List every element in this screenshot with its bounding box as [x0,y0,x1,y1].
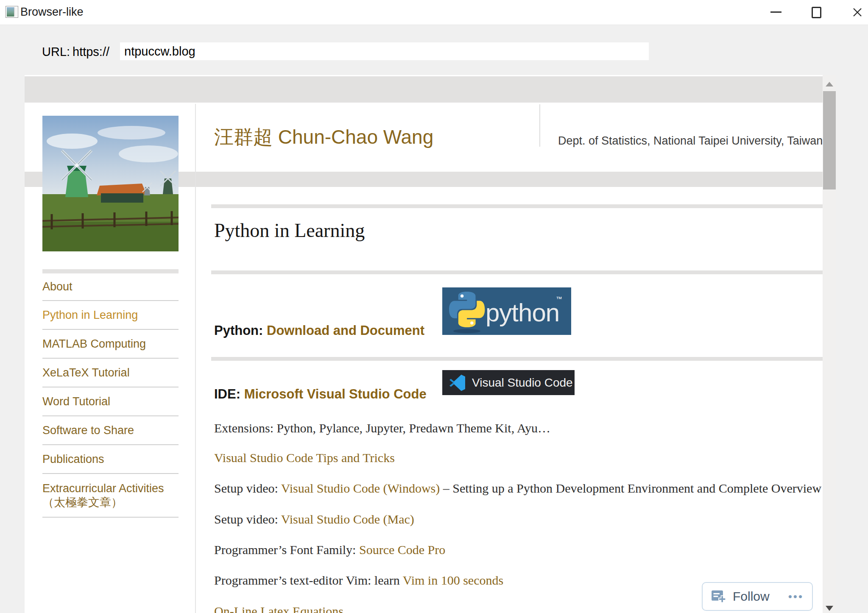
ide-row-prefix: IDE: [214,387,244,401]
vscode-badge-label: Visual Studio Code [472,376,573,390]
title-bar: Browser-like [0,0,868,25]
browser-viewport: 汪群超 Chun-Chao Wang Dept. of Statistics, … [25,75,836,613]
header-divider-line [539,104,540,147]
paragraph-setup-windows: Setup video: Visual Studio Code (Windows… [214,481,823,496]
link-vscode-tips[interactable]: Visual Studio Code Tips and Tricks [214,451,395,465]
text-run: – Setting up a Python Development Enviro… [440,481,821,495]
site-title[interactable]: 汪群超 Chun-Chao Wang [214,125,433,149]
follow-more-menu[interactable]: ••• [788,590,804,603]
ide-row: IDE: Microsoft Visual Studio Code [214,387,427,402]
url-input[interactable] [120,42,649,60]
minimize-button[interactable] [770,11,781,13]
scrollbar-thumb[interactable] [823,91,836,189]
vscode-link[interactable]: Microsoft Visual Studio Code [244,387,427,401]
url-scheme-label: https:// [73,45,109,59]
site-subtitle: Dept. of Statistics, National Taipei Uni… [558,134,823,148]
link-vim-100-seconds[interactable]: Vim in 100 seconds [403,573,503,587]
follow-label: Follow [733,589,770,604]
paragraph-font-family: Programmer’s Font Family: Source Code Pr… [214,543,823,557]
sidebar-item-software-to-share[interactable]: Software to Share [42,416,179,445]
python-trademark: ™ [556,295,562,302]
content-rule-2 [211,270,823,274]
paragraph-extensions: Extensions: Python, Pylance, Jupyter, Pr… [214,421,823,435]
sidebar-top-rule [42,269,179,273]
text-run: Programmer’s Font Family: [214,543,359,557]
app-window: Browser-like URL: https:// 汪群超 Chun-Chao… [0,0,868,613]
article-title: Python in Learning [214,219,365,242]
sidebar-item-label-cjk: （太極拳文章） [42,496,123,510]
vscode-badge[interactable]: Visual Studio Code [442,370,575,395]
paragraph-setup-mac: Setup video: Visual Studio Code (Mac) [214,512,823,527]
vscode-icon [449,374,466,391]
sidebar-nav: About Python in Learning MATLAB Computin… [42,273,179,518]
sidebar-item-xelatex-tutorial[interactable]: XeLaTeX Tutorial [42,359,179,387]
sidebar-divider-line [195,104,196,613]
scroll-down-arrow[interactable] [826,606,833,611]
sidebar-item-python-in-learning[interactable]: Python in Learning [42,301,179,330]
python-logo[interactable]: python ™ [442,287,571,335]
link-source-code-pro[interactable]: Source Code Pro [359,543,445,557]
scroll-up-arrow[interactable] [826,82,833,86]
app-icon-thumbnail [7,7,14,17]
python-wordmark: python [486,298,559,327]
sidebar-item-label: Extracurricular Activities [42,482,164,496]
sidebar-item-word-tutorial[interactable]: Word Tutorial [42,387,179,416]
sidebar-item-extracurricular-activities[interactable]: Extracurricular Activities （太極拳文章） [42,474,179,518]
link-online-latex-equations[interactable]: On-Line Latex Equations [214,604,343,613]
text-run: Programmer’s text-editor Vim: learn [214,573,403,587]
text-run: Setup video: [214,512,281,526]
sidebar-item-publications[interactable]: Publications [42,445,179,474]
text-run: Extensions: Python, Pylance, Jupyter, Pr… [214,421,550,435]
url-label: URL: [42,45,70,59]
windmill-photo [42,116,179,251]
python-download-row: Python: Download and Document [214,323,424,338]
link-vscode-mac[interactable]: Visual Studio Code (Mac) [281,512,414,526]
content-rule-1 [211,204,823,208]
python-row-prefix: Python: [214,323,267,338]
follow-icon [711,589,727,604]
paragraph-tips-tricks: Visual Studio Code Tips and Tricks [214,451,823,465]
text-run: Setup video: [214,481,281,495]
page-top-band [25,76,823,103]
follow-button[interactable]: Follow ••• [702,582,813,611]
window-title: Browser-like [20,6,84,19]
maximize-button[interactable] [812,7,821,18]
sidebar-item-matlab-computing[interactable]: MATLAB Computing [42,330,179,359]
vertical-scrollbar[interactable] [823,75,836,613]
app-icon [6,6,18,18]
content-rule-3 [211,357,823,361]
app-icon-page [14,7,17,17]
link-vscode-windows[interactable]: Visual Studio Code (Windows) [281,481,440,495]
python-download-link[interactable]: Download and Document [267,323,424,338]
close-button[interactable] [851,6,864,19]
sidebar-item-about[interactable]: About [42,273,179,301]
